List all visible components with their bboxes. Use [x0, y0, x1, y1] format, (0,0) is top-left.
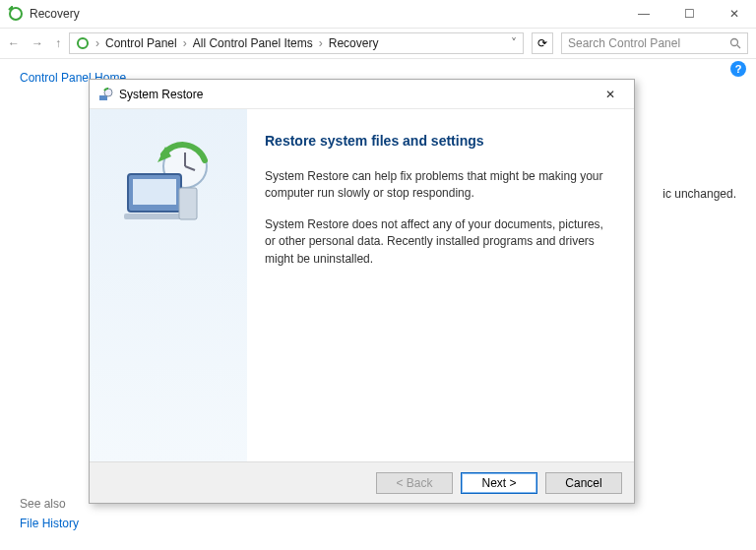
window-controls: — ☐ ✕ — [630, 4, 748, 24]
svg-rect-13 — [179, 188, 197, 219]
breadcrumb-icon — [76, 36, 90, 50]
system-restore-illustration-icon — [114, 137, 222, 235]
see-also-title: See also — [20, 497, 79, 511]
dialog-paragraph-1: System Restore can help fix problems tha… — [265, 168, 608, 203]
dialog-sidebar — [90, 109, 247, 461]
parent-titlebar: Recovery — ☐ ✕ — [0, 0, 756, 28]
navbar: ← → ↑ › Control Panel › All Control Pane… — [0, 28, 756, 59]
breadcrumb-seg-1[interactable]: Control Panel — [105, 36, 177, 50]
file-history-link[interactable]: File History — [20, 517, 79, 530]
back-button-dialog: < Back — [376, 472, 453, 494]
svg-point-1 — [78, 38, 88, 48]
dialog-main: Restore system files and settings System… — [247, 109, 634, 461]
dialog-footer: < Back Next > Cancel — [90, 461, 634, 503]
system-restore-icon — [97, 87, 113, 102]
dialog-titlebar: System Restore ✕ — [90, 80, 634, 109]
search-icon — [729, 37, 741, 49]
maximize-button[interactable]: ☐ — [675, 4, 703, 24]
refresh-button[interactable]: ⟳ — [532, 32, 553, 54]
next-button[interactable]: Next > — [461, 472, 537, 494]
dialog-heading: Restore system files and settings — [265, 133, 608, 149]
see-also-section: See also File History — [20, 497, 79, 530]
background-text-fragment: ic unchanged. — [662, 187, 736, 201]
recovery-icon — [8, 6, 24, 22]
svg-rect-12 — [124, 214, 187, 219]
svg-rect-11 — [133, 179, 176, 205]
cancel-button[interactable]: Cancel — [545, 472, 622, 494]
up-button[interactable]: ↑ — [55, 36, 61, 50]
dialog-paragraph-2: System Restore does not affect any of yo… — [265, 216, 608, 268]
dialog-close-button[interactable]: ✕ — [595, 83, 626, 106]
chevron-right-icon: › — [317, 36, 325, 50]
breadcrumb-seg-3[interactable]: Recovery — [329, 36, 379, 50]
breadcrumb-dropdown-icon[interactable]: ˅ — [511, 36, 517, 50]
close-window-button[interactable]: ✕ — [721, 4, 748, 24]
back-button[interactable]: ← — [8, 36, 20, 50]
chevron-right-icon: › — [94, 36, 101, 50]
system-restore-dialog: System Restore ✕ — [89, 79, 635, 504]
breadcrumb-seg-2[interactable]: All Control Panel Items — [193, 36, 313, 50]
chevron-right-icon: › — [181, 36, 189, 50]
search-placeholder: Search Control Panel — [568, 36, 680, 50]
svg-line-3 — [737, 45, 740, 48]
forward-button[interactable]: → — [32, 36, 43, 50]
dialog-title: System Restore — [119, 88, 203, 101]
minimize-button[interactable]: — — [630, 4, 658, 24]
svg-point-2 — [731, 39, 738, 46]
search-input[interactable]: Search Control Panel — [561, 32, 748, 54]
breadcrumb[interactable]: › Control Panel › All Control Panel Item… — [69, 32, 524, 54]
parent-title: Recovery — [30, 7, 80, 21]
